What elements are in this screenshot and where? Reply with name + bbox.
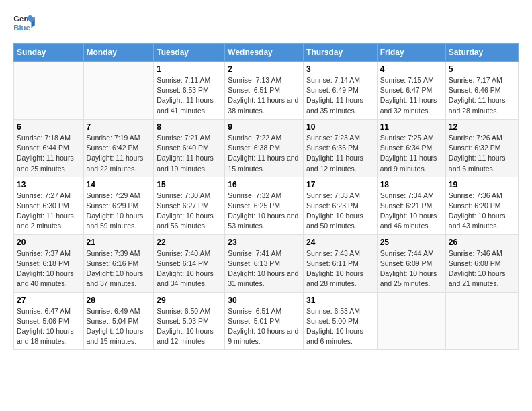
day-cell: 8Sunrise: 7:21 AM Sunset: 6:40 PM Daylig… [154,119,225,177]
header-day-tuesday: Tuesday [154,44,225,62]
day-number: 28 [87,295,151,305]
day-number: 4 [380,64,443,74]
day-cell: 27Sunrise: 6:47 AM Sunset: 5:06 PM Dayli… [14,292,84,350]
week-row-3: 13Sunrise: 7:27 AM Sunset: 6:30 PM Dayli… [14,177,519,234]
day-cell: 3Sunrise: 7:14 AM Sunset: 6:49 PM Daylig… [304,62,378,120]
day-number: 8 [157,122,222,132]
logo: General Blue [13,13,39,32]
day-info: Sunrise: 6:47 AM Sunset: 5:06 PM Dayligh… [17,306,81,347]
day-number: 13 [17,180,81,189]
day-number: 20 [17,238,81,247]
day-info: Sunrise: 7:25 AM Sunset: 6:34 PM Dayligh… [380,133,443,174]
day-info: Sunrise: 7:39 AM Sunset: 6:16 PM Dayligh… [87,248,151,289]
day-cell: 5Sunrise: 7:17 AM Sunset: 6:46 PM Daylig… [445,62,518,120]
day-info: Sunrise: 7:29 AM Sunset: 6:29 PM Dayligh… [87,191,151,232]
day-number: 16 [228,180,300,189]
day-info: Sunrise: 7:32 AM Sunset: 6:25 PM Dayligh… [228,191,300,232]
day-cell [445,292,518,350]
day-number: 24 [306,238,374,247]
day-info: Sunrise: 6:49 AM Sunset: 5:04 PM Dayligh… [87,306,151,347]
day-info: Sunrise: 7:33 AM Sunset: 6:23 PM Dayligh… [306,191,374,232]
day-info: Sunrise: 7:44 AM Sunset: 6:09 PM Dayligh… [380,248,443,289]
day-number: 6 [17,122,81,132]
day-number: 3 [306,64,374,74]
day-number: 9 [228,122,300,132]
day-number: 27 [17,295,81,305]
day-info: Sunrise: 7:30 AM Sunset: 6:27 PM Dayligh… [157,191,222,232]
header-row: SundayMondayTuesdayWednesdayThursdayFrid… [14,44,519,62]
day-info: Sunrise: 7:15 AM Sunset: 6:47 PM Dayligh… [380,75,443,116]
day-cell: 23Sunrise: 7:41 AM Sunset: 6:13 PM Dayli… [225,234,304,292]
day-number: 29 [157,295,222,305]
calendar-table: SundayMondayTuesdayWednesdayThursdayFrid… [13,43,519,350]
day-info: Sunrise: 7:21 AM Sunset: 6:40 PM Dayligh… [157,133,222,174]
week-row-5: 27Sunrise: 6:47 AM Sunset: 5:06 PM Dayli… [14,292,519,350]
day-cell: 26Sunrise: 7:46 AM Sunset: 6:08 PM Dayli… [445,234,518,292]
day-cell: 19Sunrise: 7:36 AM Sunset: 6:20 PM Dayli… [445,177,518,234]
day-info: Sunrise: 7:18 AM Sunset: 6:44 PM Dayligh… [17,133,81,174]
day-info: Sunrise: 7:17 AM Sunset: 6:46 PM Dayligh… [449,75,515,116]
day-number: 31 [306,295,374,305]
header-day-friday: Friday [377,44,445,62]
day-cell: 13Sunrise: 7:27 AM Sunset: 6:30 PM Dayli… [14,177,84,234]
day-cell: 6Sunrise: 7:18 AM Sunset: 6:44 PM Daylig… [14,119,84,177]
day-info: Sunrise: 7:11 AM Sunset: 6:53 PM Dayligh… [157,75,222,116]
day-cell: 28Sunrise: 6:49 AM Sunset: 5:04 PM Dayli… [83,292,154,350]
day-number: 22 [157,238,222,247]
day-info: Sunrise: 7:26 AM Sunset: 6:32 PM Dayligh… [449,133,515,174]
day-cell: 4Sunrise: 7:15 AM Sunset: 6:47 PM Daylig… [377,62,445,120]
day-info: Sunrise: 7:37 AM Sunset: 6:18 PM Dayligh… [17,248,81,289]
day-number: 30 [228,295,300,305]
day-number: 2 [228,64,300,74]
day-number: 21 [87,238,151,247]
header-day-sunday: Sunday [14,44,84,62]
header-day-monday: Monday [83,44,154,62]
day-cell: 31Sunrise: 6:53 AM Sunset: 5:00 PM Dayli… [304,292,378,350]
day-number: 14 [87,180,151,189]
day-cell: 10Sunrise: 7:23 AM Sunset: 6:36 PM Dayli… [304,119,378,177]
day-cell: 20Sunrise: 7:37 AM Sunset: 6:18 PM Dayli… [14,234,84,292]
day-cell: 2Sunrise: 7:13 AM Sunset: 6:51 PM Daylig… [225,62,304,120]
day-info: Sunrise: 7:23 AM Sunset: 6:36 PM Dayligh… [306,133,374,174]
day-number: 18 [380,180,443,189]
day-info: Sunrise: 7:46 AM Sunset: 6:08 PM Dayligh… [449,248,515,289]
day-cell: 18Sunrise: 7:34 AM Sunset: 6:21 PM Dayli… [377,177,445,234]
day-number: 10 [306,122,374,132]
day-cell: 17Sunrise: 7:33 AM Sunset: 6:23 PM Dayli… [304,177,378,234]
day-cell [83,62,154,120]
day-info: Sunrise: 7:14 AM Sunset: 6:49 PM Dayligh… [306,75,374,116]
day-cell: 21Sunrise: 7:39 AM Sunset: 6:16 PM Dayli… [83,234,154,292]
day-info: Sunrise: 6:50 AM Sunset: 5:03 PM Dayligh… [157,306,222,347]
header-day-saturday: Saturday [445,44,518,62]
day-number: 19 [449,180,515,189]
day-number: 1 [157,64,222,74]
week-row-4: 20Sunrise: 7:37 AM Sunset: 6:18 PM Dayli… [14,234,519,292]
logo-icon: General Blue [13,13,35,32]
day-info: Sunrise: 7:19 AM Sunset: 6:42 PM Dayligh… [87,133,151,174]
day-info: Sunrise: 7:36 AM Sunset: 6:20 PM Dayligh… [449,191,515,232]
day-cell: 15Sunrise: 7:30 AM Sunset: 6:27 PM Dayli… [154,177,225,234]
calendar-header: SundayMondayTuesdayWednesdayThursdayFrid… [14,44,519,62]
day-info: Sunrise: 7:22 AM Sunset: 6:38 PM Dayligh… [228,133,300,174]
page-header: General Blue [13,13,519,32]
day-number: 7 [87,122,151,132]
day-number: 12 [449,122,515,132]
day-cell: 14Sunrise: 7:29 AM Sunset: 6:29 PM Dayli… [83,177,154,234]
day-cell: 9Sunrise: 7:22 AM Sunset: 6:38 PM Daylig… [225,119,304,177]
day-cell: 24Sunrise: 7:43 AM Sunset: 6:11 PM Dayli… [304,234,378,292]
day-cell [14,62,84,120]
day-cell: 30Sunrise: 6:51 AM Sunset: 5:01 PM Dayli… [225,292,304,350]
day-info: Sunrise: 6:51 AM Sunset: 5:01 PM Dayligh… [228,306,300,347]
day-cell: 25Sunrise: 7:44 AM Sunset: 6:09 PM Dayli… [377,234,445,292]
day-cell: 12Sunrise: 7:26 AM Sunset: 6:32 PM Dayli… [445,119,518,177]
day-cell: 29Sunrise: 6:50 AM Sunset: 5:03 PM Dayli… [154,292,225,350]
header-day-thursday: Thursday [304,44,378,62]
day-info: Sunrise: 7:43 AM Sunset: 6:11 PM Dayligh… [306,248,374,289]
day-info: Sunrise: 7:27 AM Sunset: 6:30 PM Dayligh… [17,191,81,232]
day-cell [377,292,445,350]
week-row-2: 6Sunrise: 7:18 AM Sunset: 6:44 PM Daylig… [14,119,519,177]
day-info: Sunrise: 7:34 AM Sunset: 6:21 PM Dayligh… [380,191,443,232]
day-number: 17 [306,180,374,189]
day-info: Sunrise: 7:13 AM Sunset: 6:51 PM Dayligh… [228,75,300,116]
day-cell: 7Sunrise: 7:19 AM Sunset: 6:42 PM Daylig… [83,119,154,177]
